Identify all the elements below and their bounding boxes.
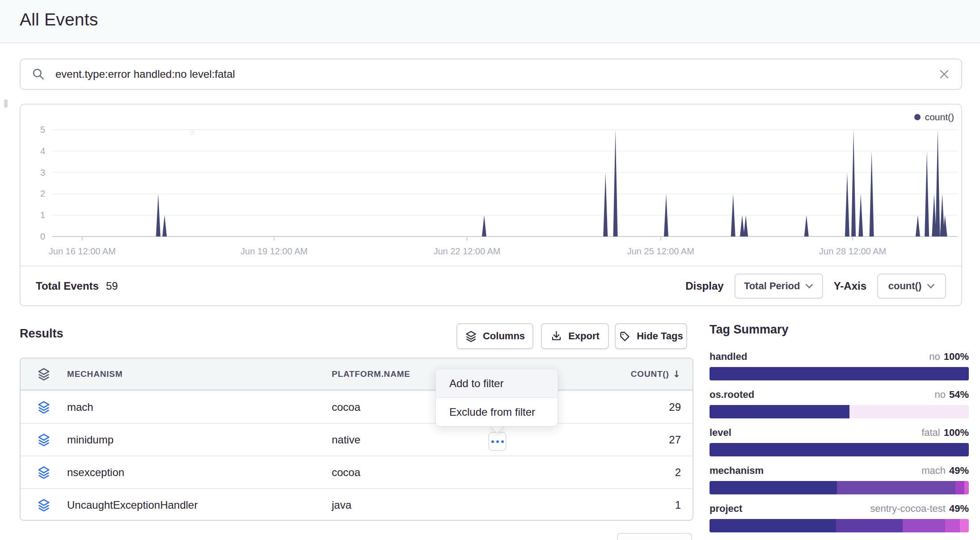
layers-icon[interactable] [37, 367, 51, 381]
tag-name: project [710, 503, 742, 515]
svg-text:Jun 25 12:00 AM: Jun 25 12:00 AM [627, 246, 694, 256]
tag-top-value: fatal100% [921, 427, 969, 439]
layers-icon [465, 330, 477, 342]
search-bar[interactable]: event.type:error handled:no level:fatal [20, 59, 962, 90]
dot-icon [501, 440, 504, 443]
table-row[interactable]: UncaughtExceptionHandler java 1 [21, 488, 693, 521]
events-chart-panel: 012345Jun 16 12:00 AMJun 19 12:00 AMJun … [20, 104, 962, 306]
svg-text:3: 3 [40, 168, 45, 177]
layers-icon [37, 498, 51, 512]
dot-icon [491, 440, 494, 443]
all-events-page: All Events event.type:error handled:no l… [0, 0, 980, 540]
cell-count: 27 [517, 434, 693, 446]
tag-block-handled: handled no100% [710, 351, 969, 380]
tag-distribution-bar[interactable] [710, 405, 969, 418]
export-button[interactable]: Export [541, 323, 609, 349]
column-header-mechanism[interactable]: MECHANISM [67, 369, 332, 379]
table-header-row: MECHANISM PLATFORM.NAME COUNT() ↓ [21, 359, 693, 390]
yaxis-select[interactable]: count() [877, 274, 946, 299]
sort-desc-icon[interactable]: ↓ [673, 369, 681, 380]
export-button-label: Export [568, 330, 600, 342]
search-icon [31, 67, 46, 81]
faded-data-point [190, 131, 194, 135]
yaxis-label: Y-Axis [834, 280, 866, 292]
total-events-label: Total Events [36, 280, 99, 292]
context-menu: Add to filter Exclude from filter [435, 369, 558, 426]
hide-tags-button[interactable]: Hide Tags [615, 323, 687, 349]
svg-text:0: 0 [40, 232, 45, 241]
svg-text:Jun 19 12:00 AM: Jun 19 12:00 AM [241, 246, 308, 256]
tag-block-os-rooted: os.rooted no54% [710, 389, 969, 418]
menu-item-exclude-from-filter[interactable]: Exclude from filter [436, 398, 558, 426]
svg-text:Jun 22 12:00 AM: Jun 22 12:00 AM [433, 246, 500, 256]
columns-button-label: Columns [483, 330, 525, 342]
svg-text:2: 2 [40, 189, 45, 198]
search-input[interactable]: event.type:error handled:no level:fatal [55, 68, 938, 80]
display-select[interactable]: Total Period [735, 274, 823, 299]
cell-mechanism: mach [67, 401, 332, 413]
cell-mechanism: nsexception [67, 466, 332, 479]
hide-tags-button-label: Hide Tags [637, 330, 683, 342]
svg-text:5: 5 [40, 125, 45, 135]
page-title: All Events [20, 10, 98, 30]
cell-mechanism: UncaughtExceptionHandler [67, 499, 332, 511]
download-icon [550, 330, 562, 342]
table-row[interactable]: minidump native 27 [21, 423, 693, 456]
svg-text:4: 4 [40, 146, 45, 156]
svg-text:Jun 28 12:00 AM: Jun 28 12:00 AM [819, 246, 886, 256]
tag-summary-panel: Tag Summary [710, 323, 969, 337]
cell-count: 2 [517, 466, 693, 479]
display-select-value: Total Period [744, 280, 800, 292]
dot-icon [496, 440, 499, 443]
tag-distribution-bar[interactable] [710, 367, 969, 380]
chevron-down-icon [805, 283, 813, 289]
chart-footer: Total Events 59 Display Total Period Y-A… [21, 266, 961, 305]
chart-legend[interactable]: count() [914, 112, 954, 122]
tag-top-value: no54% [934, 389, 969, 401]
columns-button[interactable]: Columns [456, 323, 533, 349]
layers-icon [37, 401, 51, 414]
menu-item-add-to-filter[interactable]: Add to filter [436, 369, 558, 397]
results-table: MECHANISM PLATFORM.NAME COUNT() ↓ mach c… [20, 358, 693, 521]
results-title: Results [20, 327, 63, 341]
svg-text:Jun 16 12:00 AM: Jun 16 12:00 AM [49, 246, 116, 256]
tag-name: mechanism [710, 465, 764, 477]
row-actions-button[interactable] [488, 432, 507, 451]
tag-summary-title: Tag Summary [710, 323, 969, 337]
table-row[interactable]: nsexception cocoa 2 [21, 456, 693, 488]
tag-name: level [710, 427, 731, 439]
display-label: Display [685, 280, 723, 292]
layers-icon [37, 466, 51, 479]
cell-count: 1 [517, 499, 693, 511]
event-count-chart[interactable]: 012345Jun 16 12:00 AMJun 19 12:00 AMJun … [21, 105, 961, 266]
tag-block-project: project sentry-cocoa-test49% [710, 503, 969, 532]
tag-distribution-bar[interactable] [710, 443, 969, 456]
tag-block-mechanism: mechanism mach49% [710, 465, 969, 494]
page-header [0, 0, 980, 43]
cell-mechanism: minidump [67, 434, 332, 446]
cell-platform: java [332, 499, 517, 511]
tag-distribution-bar[interactable] [710, 519, 969, 532]
tag-icon [619, 330, 631, 342]
pagination-button-partial[interactable] [617, 533, 692, 540]
table-row[interactable]: mach cocoa 29 [21, 390, 693, 423]
legend-dot-icon [914, 114, 921, 120]
tag-top-value: sentry-cocoa-test49% [870, 503, 969, 515]
chevron-down-icon [927, 283, 935, 289]
tag-distribution-bar[interactable] [710, 481, 969, 494]
svg-text:1: 1 [40, 210, 45, 220]
scroll-nub [4, 99, 8, 108]
tag-top-value: no100% [929, 351, 969, 363]
legend-label: count() [925, 112, 954, 122]
tag-top-value: mach49% [921, 465, 969, 477]
tag-block-level: level fatal100% [710, 427, 969, 456]
tag-name: handled [710, 351, 747, 363]
yaxis-select-value: count() [888, 280, 922, 292]
total-events-value: 59 [106, 280, 118, 292]
cell-platform: cocoa [332, 466, 517, 479]
clear-search-icon[interactable] [938, 68, 950, 80]
layers-icon [37, 433, 51, 447]
tag-name: os.rooted [710, 389, 754, 401]
